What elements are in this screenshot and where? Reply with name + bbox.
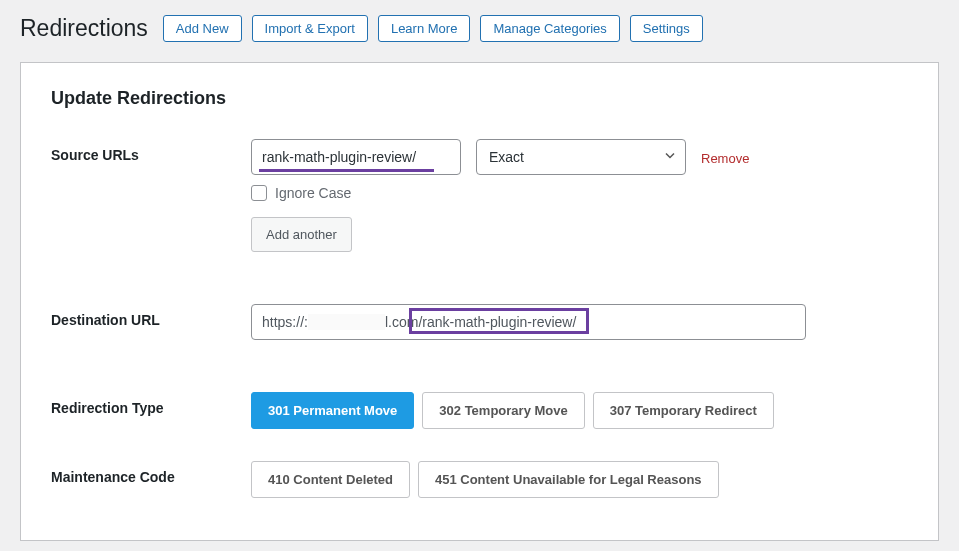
add-new-button[interactable]: Add New (163, 15, 242, 42)
redirection-type-301[interactable]: 301 Permanent Move (251, 392, 414, 429)
dest-prefix: https://: (262, 314, 308, 330)
match-type-select[interactable]: Exact (476, 139, 686, 175)
manage-categories-button[interactable]: Manage Categories (480, 15, 619, 42)
maintenance-code-451[interactable]: 451 Content Unavailable for Legal Reason… (418, 461, 719, 498)
redirection-type-302[interactable]: 302 Temporary Move (422, 392, 584, 429)
ignore-case-label: Ignore Case (275, 185, 351, 201)
dest-path: /rank-math-plugin-review/ (418, 314, 576, 330)
source-url-input[interactable] (251, 139, 461, 175)
maintenance-code-label: Maintenance Code (51, 461, 236, 498)
dest-mid: l.com (385, 314, 418, 330)
update-redirections-panel: Update Redirections Source URLs Exact Re… (20, 62, 939, 541)
panel-title: Update Redirections (51, 88, 908, 109)
destination-url-input[interactable]: https://: xxxxxxxxxxx l.com /rank-math-p… (251, 304, 806, 340)
redirection-type-row: Redirection Type 301 Permanent Move 302 … (51, 392, 908, 429)
source-urls-row: Source URLs Exact Remove (51, 139, 908, 252)
learn-more-button[interactable]: Learn More (378, 15, 470, 42)
page-header: Redirections Add New Import & Export Lea… (20, 15, 939, 42)
add-another-button[interactable]: Add another (251, 217, 352, 252)
page-title: Redirections (20, 15, 148, 42)
settings-button[interactable]: Settings (630, 15, 703, 42)
dest-redacted: xxxxxxxxxxx (308, 314, 385, 330)
source-urls-label: Source URLs (51, 139, 236, 252)
remove-link[interactable]: Remove (701, 149, 749, 166)
maintenance-code-410[interactable]: 410 Content Deleted (251, 461, 410, 498)
redirection-type-307[interactable]: 307 Temporary Redirect (593, 392, 774, 429)
redirection-type-label: Redirection Type (51, 392, 236, 429)
destination-url-row: Destination URL https://: xxxxxxxxxxx l.… (51, 304, 908, 340)
import-export-button[interactable]: Import & Export (252, 15, 368, 42)
destination-url-label: Destination URL (51, 304, 236, 340)
ignore-case-checkbox[interactable] (251, 185, 267, 201)
maintenance-code-row: Maintenance Code 410 Content Deleted 451… (51, 461, 908, 498)
